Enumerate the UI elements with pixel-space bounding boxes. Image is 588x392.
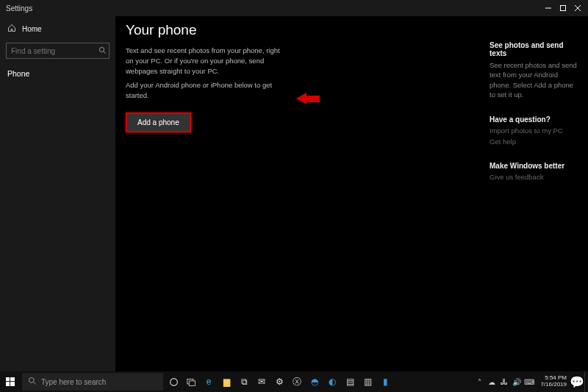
description-1: Text and see recent photos from your pho… (126, 46, 280, 76)
info-section-feedback: Make Windows better Give us feedback (490, 162, 581, 181)
svg-line-5 (104, 51, 106, 54)
right-pane: See photos and send texts See recent pho… (487, 16, 588, 371)
cortana-icon[interactable] (165, 371, 182, 392)
start-button[interactable] (0, 371, 21, 392)
home-icon (7, 24, 16, 34)
info-heading: See photos and send texts (490, 41, 581, 57)
nav-home-label: Home (22, 25, 42, 33)
link-import-photos[interactable]: Import photos to my PC (490, 126, 581, 135)
search-icon (28, 377, 37, 387)
svg-rect-9 (10, 382, 15, 386)
link-feedback[interactable]: Give us feedback (490, 173, 581, 181)
tray-volume-icon[interactable]: 🔊 (512, 371, 522, 392)
window-title: Settings (3, 4, 541, 13)
add-a-phone-button[interactable]: Add a phone (126, 113, 191, 132)
maximize-button[interactable] (556, 0, 570, 16)
svg-rect-7 (10, 377, 15, 381)
add-phone-label: Add a phone (137, 118, 179, 126)
sidebar: Home Phone (0, 16, 115, 371)
svg-rect-6 (6, 377, 10, 381)
task-icons: e ▆ ⧉ ✉ ⚙ ⓧ ◓ ◐ ▤ ▥ ▮ (165, 371, 394, 392)
minimize-button[interactable] (541, 0, 556, 16)
sidebar-item-label: Phone (7, 69, 29, 78)
main: Your phone Text and see recent photos fr… (115, 16, 588, 371)
info-heading: Make Windows better (490, 162, 581, 170)
edge-icon[interactable]: e (200, 371, 218, 392)
titlebar: Settings (0, 0, 588, 16)
tray-chevron-icon[interactable]: ˄ (474, 371, 484, 392)
taskbar-search-placeholder: Type here to search (41, 378, 106, 386)
search-input[interactable] (6, 43, 110, 59)
link-get-help[interactable]: Get help (490, 138, 581, 146)
search-icon[interactable] (98, 44, 107, 57)
app-icon[interactable]: ▮ (376, 371, 394, 392)
tray-keyboard-icon[interactable]: ⌨ (524, 371, 534, 392)
taskbar-search[interactable]: Type here to search (22, 373, 163, 391)
mail-icon[interactable]: ✉ (253, 371, 270, 392)
svg-point-4 (99, 47, 104, 51)
app-icon[interactable]: ◐ (323, 371, 341, 392)
page-title: Your phone (126, 22, 476, 38)
info-section-question: Have a question? Import photos to my PC … (490, 115, 581, 146)
content: Your phone Text and see recent photos fr… (115, 16, 487, 371)
svg-point-12 (170, 378, 177, 385)
svg-rect-14 (189, 380, 195, 385)
app-icon[interactable]: ▤ (341, 371, 359, 392)
description-2: Add your Android phone or iPhone below t… (126, 80, 280, 101)
svg-rect-8 (6, 382, 10, 386)
app-icon[interactable]: ◓ (306, 371, 323, 392)
info-body: See recent photos and send text from you… (490, 60, 581, 99)
svg-line-11 (34, 382, 36, 385)
svg-point-10 (29, 378, 35, 383)
info-section-photos: See photos and send texts See recent pho… (490, 41, 581, 99)
system-tray: ˄ ☁ 🖧 🔊 ⌨ (471, 371, 537, 392)
close-button[interactable] (570, 0, 585, 16)
task-view-icon[interactable] (182, 371, 200, 392)
annotation-arrow-icon (296, 93, 320, 104)
taskbar: Type here to search e ▆ ⧉ ✉ ⚙ ⓧ ◓ ◐ ▤ ▥ … (0, 371, 588, 392)
tray-cloud-icon[interactable]: ☁ (487, 371, 497, 392)
action-center-icon[interactable]: 💬 (570, 375, 584, 389)
info-heading: Have a question? (490, 115, 581, 124)
file-explorer-icon[interactable]: ▆ (218, 371, 235, 392)
show-desktop-button[interactable] (584, 371, 588, 392)
settings-gear-icon[interactable]: ⚙ (270, 371, 288, 392)
sidebar-item-phone[interactable]: Phone (0, 63, 115, 84)
app-icon[interactable]: ▥ (359, 371, 376, 392)
taskbar-clock[interactable]: 5:54 PM 7/16/2019 (537, 375, 570, 388)
tray-network-icon[interactable]: 🖧 (499, 371, 509, 392)
clock-date: 7/16/2019 (540, 382, 567, 388)
svg-rect-1 (561, 6, 566, 11)
nav-home[interactable]: Home (0, 19, 115, 38)
xbox-icon[interactable]: ⓧ (288, 371, 306, 392)
store-icon[interactable]: ⧉ (235, 371, 253, 392)
search-wrap (6, 43, 110, 59)
